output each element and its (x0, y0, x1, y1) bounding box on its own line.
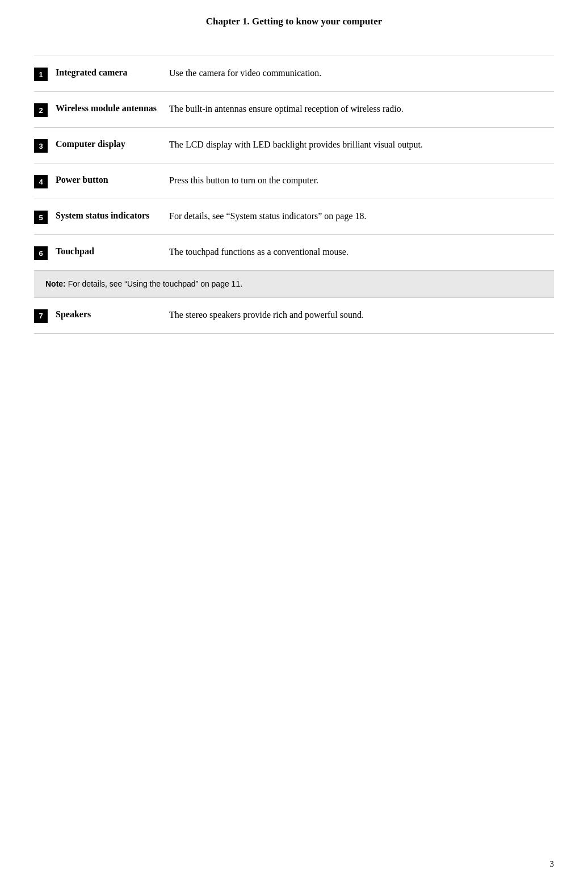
item-row-3: 3Computer displayThe LCD display with LE… (34, 128, 554, 163)
item-term-2: Wireless module antennas (56, 102, 169, 115)
item-row-5: 5System status indicatorsFor details, se… (34, 199, 554, 235)
item-desc-2: The built-in antennas ensure optimal rec… (169, 102, 554, 116)
chapter-title: Chapter 1. Getting to know your computer (206, 16, 383, 27)
item-desc-1: Use the camera for video communication. (169, 66, 554, 80)
item-row-4: 4Power buttonPress this button to turn o… (34, 163, 554, 199)
badge-7: 7 (34, 309, 48, 323)
badge-5: 5 (34, 211, 48, 224)
item-row-1: 1Integrated cameraUse the camera for vid… (34, 56, 554, 92)
item-desc-3: The LCD display with LED backlight provi… (169, 138, 554, 152)
item-term-4: Power button (56, 174, 169, 186)
item-term-7: Speakers (56, 308, 169, 321)
page-header: Chapter 1. Getting to know your computer (0, 0, 588, 50)
badge-1: 1 (34, 68, 48, 81)
item-row-6: 6TouchpadThe touchpad functions as a con… (34, 235, 554, 271)
item-term-6: Touchpad (56, 245, 169, 258)
item-term-1: Integrated camera (56, 66, 169, 79)
note-label: Note: (45, 279, 66, 288)
badge-2: 2 (34, 103, 48, 117)
item-desc-5: For details, see “System status indicato… (169, 209, 554, 223)
item-row-2: 2Wireless module antennasThe built-in an… (34, 92, 554, 128)
item-row-7: 7 Speakers The stereo speakers provide r… (34, 298, 554, 334)
item-desc-6: The touchpad functions as a conventional… (169, 245, 554, 259)
item-term-3: Computer display (56, 138, 169, 150)
page-number: 3 (550, 859, 555, 869)
items-list: 1Integrated cameraUse the camera for vid… (34, 56, 554, 271)
item-term-5: System status indicators (56, 209, 169, 222)
note-row: Note: For details, see “Using the touchp… (34, 271, 554, 298)
item-desc-7: The stereo speakers provide rich and pow… (169, 308, 554, 322)
item-desc-4: Press this button to turn on the compute… (169, 174, 554, 187)
note-text: For details, see “Using the touchpad” on… (66, 279, 242, 288)
content-area: 1Integrated cameraUse the camera for vid… (0, 50, 588, 368)
badge-4: 4 (34, 175, 48, 188)
badge-3: 3 (34, 139, 48, 153)
badge-6: 6 (34, 246, 48, 260)
